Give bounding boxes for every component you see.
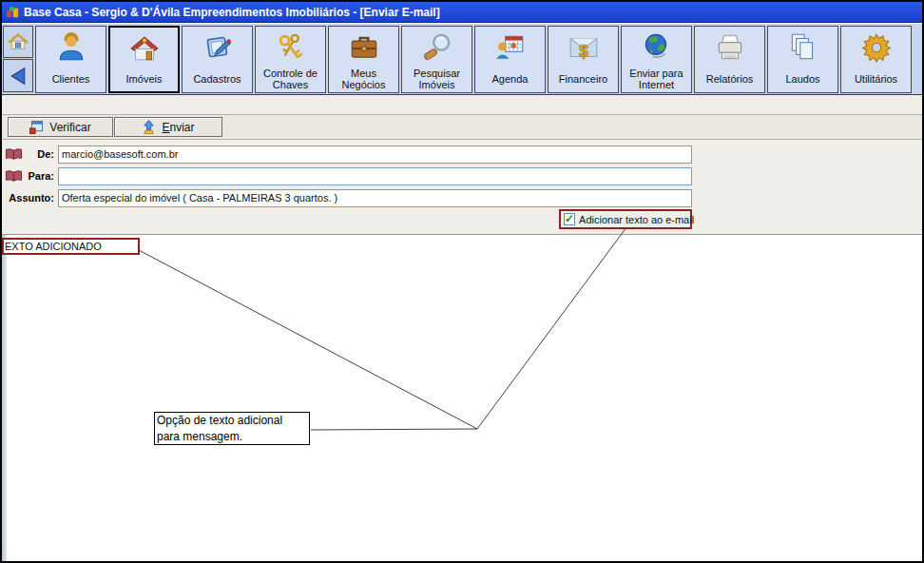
person-icon <box>55 29 87 67</box>
verify-button[interactable]: Verificar <box>8 117 113 137</box>
subject-input[interactable] <box>58 189 692 207</box>
added-text: EXTO ADICIONADO <box>5 241 102 252</box>
form-pencil-icon <box>202 29 234 67</box>
printer-icon <box>714 29 746 67</box>
address-book-icon[interactable] <box>2 169 25 183</box>
from-label: De: <box>25 148 57 160</box>
toolbar-button-utilitarios[interactable]: Utilitários <box>840 26 912 93</box>
send-button[interactable]: Enviar <box>114 117 222 137</box>
send-button-label: Enviar <box>162 121 194 134</box>
money-envelope-icon: $ <box>568 29 600 67</box>
toolbar-button-agenda[interactable]: Agenda <box>474 26 546 93</box>
app-icon <box>6 6 19 19</box>
back-arrow-icon <box>7 65 29 87</box>
window-title: Base Casa - Sergio & D'Ávila Empreendime… <box>24 6 440 19</box>
app-window: Base Casa - Sergio & D'Ávila Empreendime… <box>0 0 924 563</box>
to-label: Para: <box>25 170 57 182</box>
toolbar-button-financeiro[interactable]: $ Financeiro <box>548 26 619 93</box>
subject-row: Assunto: <box>2 188 922 207</box>
toolbar-button-relatorios[interactable]: Relatórios <box>694 26 765 93</box>
verify-button-label: Verificar <box>49 121 90 134</box>
editor-left-gutter <box>2 235 7 561</box>
magnifier-icon <box>421 29 453 67</box>
titlebar: Base Casa - Sergio & D'Ávila Empreendime… <box>2 2 922 23</box>
action-band: Verificar Enviar <box>2 114 922 140</box>
briefcase-icon <box>348 29 380 67</box>
keys-icon <box>275 29 307 67</box>
added-text-highlight: EXTO ADICIONADO <box>2 238 140 255</box>
add-text-checkbox[interactable]: ✓ <box>564 213 575 225</box>
toolbar-button-cadastros[interactable]: Cadastros <box>182 26 253 93</box>
toolbar-button-pesquisar-imoveis[interactable]: Pesquisar Imóveis <box>401 26 472 93</box>
toolbar-buttons: Clientes Imóveis <box>35 26 912 93</box>
add-text-checkbox-label: Adicionar texto ao e-mail <box>579 214 694 225</box>
pages-icon <box>787 29 819 67</box>
home-nav-button[interactable] <box>3 26 33 58</box>
from-input[interactable] <box>58 146 692 164</box>
back-nav-button[interactable] <box>3 59 33 92</box>
main-toolbar: Clientes Imóveis <box>2 24 922 95</box>
gear-icon <box>860 29 893 67</box>
toolbar-button-imoveis[interactable]: Imóveis <box>108 26 180 93</box>
to-row: Para: <box>2 166 922 185</box>
from-row: De: <box>2 145 922 164</box>
send-icon <box>142 120 156 134</box>
address-book-icon[interactable] <box>2 147 25 161</box>
verify-icon <box>29 120 44 134</box>
subject-label: Assunto: <box>2 192 57 204</box>
svg-text:$: $ <box>578 42 587 61</box>
annotation-callout: Opção de texto adicional para mensagem. <box>154 412 310 445</box>
calendar-person-icon <box>494 29 527 67</box>
toolbar-button-clientes[interactable]: Clientes <box>35 26 106 93</box>
toolbar-button-enviar-para-internet[interactable]: Enviar para Internet <box>621 26 692 93</box>
to-input[interactable] <box>58 167 692 185</box>
toolbar-button-meus-negocios[interactable]: Meus Negócios <box>328 26 399 93</box>
home-icon <box>7 30 29 53</box>
toolbar-button-laudos[interactable]: Laudos <box>767 26 838 93</box>
toolbar-button-controle-de-chaves[interactable]: Controle de Chaves <box>255 26 326 93</box>
message-body-area[interactable]: EXTO ADICIONADO <box>2 234 922 561</box>
annotation-callout-text: Opção de texto adicional para mensagem. <box>157 414 282 443</box>
add-text-option-highlight: ✓ Adicionar texto ao e-mail <box>559 209 692 229</box>
house-icon <box>128 29 161 68</box>
globe-icon <box>641 29 673 67</box>
